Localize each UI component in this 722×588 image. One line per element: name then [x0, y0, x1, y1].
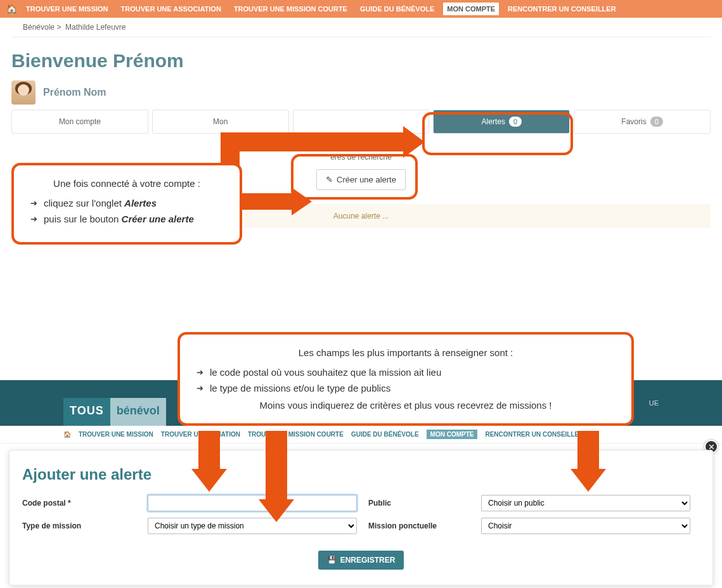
home-icon[interactable]: 🏠	[6, 4, 17, 14]
modal-wrapper: ✕ Ajouter une alerte Code postal Public …	[0, 444, 722, 588]
label-public: Public	[368, 499, 470, 508]
callout2-line2: le type de missions et/ou le type de pub…	[210, 383, 390, 393]
nav-mission-courte[interactable]: TROUVER UNE MISSION COURTE	[230, 3, 351, 15]
user-name: Prénom Nom	[43, 87, 106, 98]
nav-mon-compte[interactable]: MON COMPTE	[443, 3, 499, 15]
callout-instructions-1: Une fois connecté à votre compte : ➔cliq…	[11, 163, 242, 245]
nav-guide-benevole[interactable]: GUIDE DU BÉNÉVOLE	[356, 3, 438, 15]
arrow-right-icon: ➔	[30, 198, 37, 208]
callout2-line1: le code postal où vous souhaitez que la …	[210, 367, 441, 378]
nav2-item[interactable]: GUIDE DU BÉNÉVOLE	[351, 431, 419, 438]
nav2-item[interactable]: NE MISSION COURTE	[278, 431, 344, 438]
avatar	[11, 80, 35, 105]
nav2-mon-compte[interactable]: MON COMPTE	[427, 430, 478, 439]
arrow-to-create-button	[242, 192, 318, 211]
tab-count: 0	[650, 117, 663, 127]
add-alert-modal: Ajouter une alerte Code postal Public Ch…	[9, 450, 713, 585]
arrow-right-icon: ➔	[197, 383, 203, 393]
save-icon: 💾	[327, 556, 337, 565]
save-label: ENREGISTRER	[340, 556, 396, 565]
account-panel: Bienvenue Prénom Prénom Nom Mon compte M…	[11, 37, 711, 310]
callout-instructions-2: Les champs les plus importants à renseig…	[177, 332, 634, 426]
callout1-line2: puis sur le bouton Créer une alerte	[44, 214, 194, 224]
section-add-alert: Les champs les plus importants à renseig…	[0, 336, 722, 588]
breadcrumb-root[interactable]: Bénévole	[23, 23, 55, 32]
top-nav: 🏠 TROUVER UNE MISSION TROUVER UNE ASSOCI…	[0, 0, 722, 18]
arrow-right-icon: ➔	[30, 214, 37, 224]
tab-label: Favoris	[621, 117, 646, 126]
select-public[interactable]: Choisir un public	[481, 495, 690, 511]
page-title: Bienvenue Prénom	[11, 50, 711, 72]
header-right-fragment: UE	[649, 399, 659, 407]
select-mission-ponctuelle[interactable]: Choisir	[481, 518, 690, 534]
nav2-item[interactable]: RENCONTRER UN CONSEILLER	[485, 431, 583, 438]
logo-part1: TOUS	[63, 398, 110, 426]
input-code-postal[interactable]	[148, 495, 357, 511]
home-icon[interactable]: 🏠	[63, 431, 71, 438]
secondary-nav: 🏠 TROUVER UNE MISSION TROUVER UNE CIATIO…	[0, 426, 722, 444]
label-type-mission: Type de mission	[22, 521, 136, 530]
save-button[interactable]: 💾 ENREGISTRER	[318, 551, 404, 570]
highlight-alertes-tab	[422, 112, 573, 155]
logo[interactable]: TOUS bénévol	[63, 398, 166, 426]
callout1-lead: Une fois connecté à votre compte :	[30, 178, 223, 189]
nav-rencontrer-conseiller[interactable]: RENCONTRER UN CONSEILLER	[504, 3, 620, 15]
breadcrumb: Bénévole > Mathilde Lefeuvre	[11, 18, 711, 37]
nav-trouver-association[interactable]: TROUVER UNE ASSOCIATION	[117, 3, 225, 15]
breadcrumb-sep: >	[56, 23, 61, 32]
callout2-lead: Les champs les plus importants à renseig…	[197, 347, 615, 358]
breadcrumb-current: Mathilde Lefeuvre	[65, 23, 126, 32]
select-type-mission[interactable]: Choisir un type de mission	[148, 518, 357, 534]
label-code-postal: Code postal	[22, 499, 136, 508]
tab-mon-compte[interactable]: Mon compte	[11, 110, 148, 134]
arrow-to-alertes-tab	[221, 125, 436, 163]
nav-trouver-mission[interactable]: TROUVER UNE MISSION	[22, 3, 112, 15]
tab-favoris[interactable]: Favoris0	[574, 110, 711, 134]
callout1-line1: cliquez sur l'onglet Alertes	[44, 198, 157, 208]
arrow-right-icon: ➔	[197, 368, 203, 377]
nav2-item[interactable]: TROUVER UNE MISSION	[79, 431, 153, 438]
tab-label: Mon compte	[59, 117, 101, 126]
logo-part2: bénévol	[110, 398, 166, 426]
alert-form: Code postal Public Choisir un public Typ…	[22, 495, 700, 534]
callout2-footer: Moins vous indiquerez de critères et plu…	[197, 400, 615, 411]
label-mission-ponctuelle: Mission ponctuelle	[368, 521, 470, 530]
